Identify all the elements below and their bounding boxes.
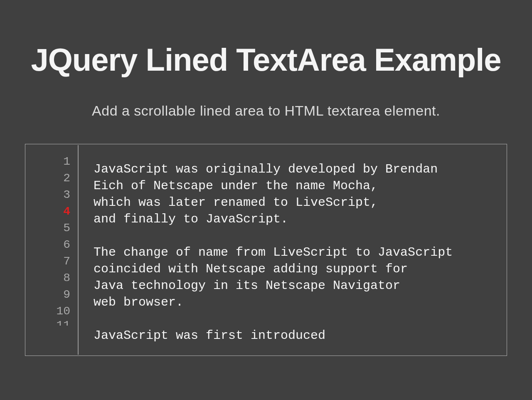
line-number-gutter: 1234567891011	[25, 145, 79, 355]
line-number: 3	[63, 187, 78, 203]
page-container: JQuery Lined TextArea Example Add a scro…	[0, 0, 532, 356]
line-number: 11	[56, 317, 78, 326]
line-number: 5	[63, 220, 78, 237]
line-number: 6	[63, 237, 78, 253]
page-title: JQuery Lined TextArea Example	[31, 42, 501, 78]
page-subtitle: Add a scrollable lined area to HTML text…	[92, 103, 440, 119]
line-number: 4	[63, 203, 78, 220]
line-number: 2	[63, 170, 78, 187]
lined-textarea-wrapper: 1234567891011 JavaScript was originally …	[25, 144, 507, 356]
textarea-input[interactable]: JavaScript was originally developed by B…	[79, 144, 507, 356]
line-number: 9	[63, 286, 78, 303]
line-number: 8	[63, 270, 78, 286]
line-number: 7	[63, 253, 78, 270]
line-number: 1	[63, 153, 78, 170]
